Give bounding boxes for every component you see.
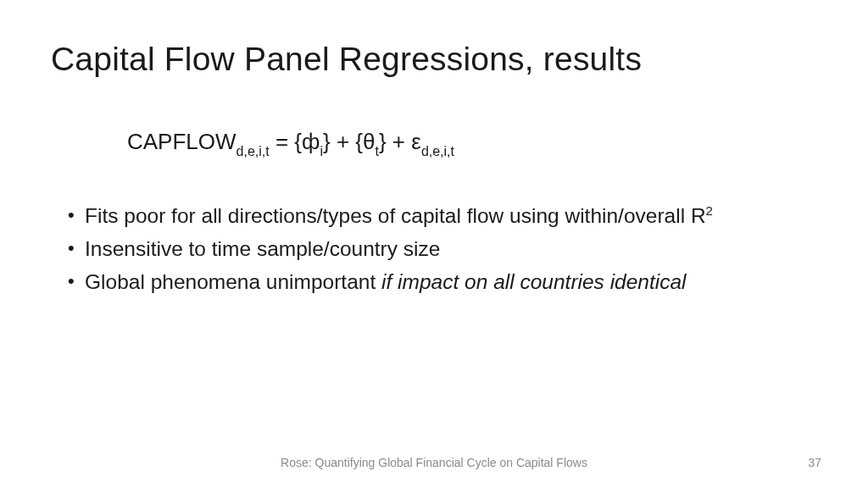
footer-center: Rose: Quantifying Global Financial Cycle… (0, 456, 868, 469)
equation-term2-open: { (355, 129, 363, 154)
slide-title: Capital Flow Panel Regressions, results (51, 41, 642, 78)
equation-plus2: + (387, 129, 412, 154)
equation-term2-close: } (379, 129, 387, 154)
equation-plus1: + (331, 129, 356, 154)
list-item: Insensitive to time sample/country size (68, 235, 822, 264)
list-item: Fits poor for all directions/types of ca… (68, 202, 822, 231)
bullet-text: Global phenomena unimportant (85, 270, 381, 293)
equation-phi: ф (302, 129, 320, 154)
page-number: 37 (808, 456, 821, 469)
equation-theta-sub: t (376, 144, 379, 158)
bullet-sup: 2 (706, 203, 713, 218)
equation-eps: ε (411, 129, 421, 154)
slide: Capital Flow Panel Regressions, results … (0, 0, 868, 488)
list-item: Global phenomena unimportant if impact o… (68, 268, 822, 297)
equation-term1-open: { (294, 129, 302, 154)
bullet-text: Insensitive to time sample/country size (85, 237, 440, 260)
bullet-italic: if impact on all countries identical (381, 270, 687, 293)
equation-lhs-name: CAPFLOW (127, 129, 236, 154)
equation-phi-sub: i (320, 144, 323, 158)
equation-eq: = (270, 129, 295, 154)
equation-term1-close: } (323, 129, 331, 154)
equation-eps-sub: d,e,i,t (421, 144, 454, 158)
equation-theta: θ (363, 129, 375, 154)
equation: CAPFLOWd,e,i,t = {фi} + {θt} + εd,e,i,t (127, 129, 454, 158)
bullet-text: Fits poor for all directions/types of ca… (85, 204, 706, 227)
bullet-list: Fits poor for all directions/types of ca… (68, 202, 822, 301)
equation-lhs-sub: d,e,i,t (236, 144, 270, 158)
